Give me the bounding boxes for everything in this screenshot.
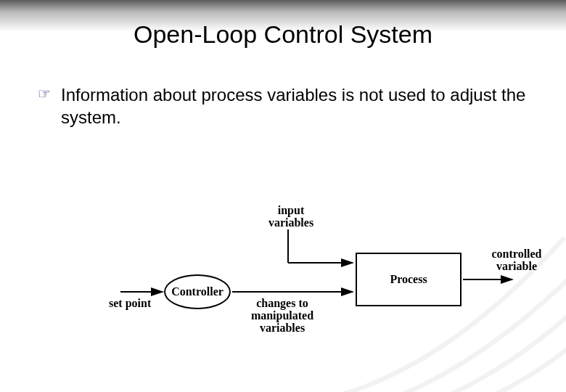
background-swoosh	[290, 131, 566, 392]
process-node: Process	[356, 253, 462, 306]
label-controlled-variable: controlledvariable	[486, 248, 547, 273]
bullet-item: ☞ Information about process variables is…	[0, 83, 566, 128]
page-title: Open-Loop Control System	[0, 0, 566, 49]
open-loop-diagram: set point Controller inputvariables chan…	[0, 0, 566, 392]
pointer-icon: ☞	[38, 85, 51, 102]
bullet-text: Information about process variables is n…	[61, 83, 537, 128]
label-input-variables: inputvariables	[266, 205, 316, 229]
controller-node: Controller	[164, 274, 231, 309]
label-changes-to: changes tomanipulatedvariables	[245, 298, 320, 334]
label-controller: Controller	[171, 286, 223, 298]
diagram-lines	[0, 0, 566, 392]
label-process: Process	[390, 274, 427, 286]
label-set-point: set point	[109, 298, 151, 310]
